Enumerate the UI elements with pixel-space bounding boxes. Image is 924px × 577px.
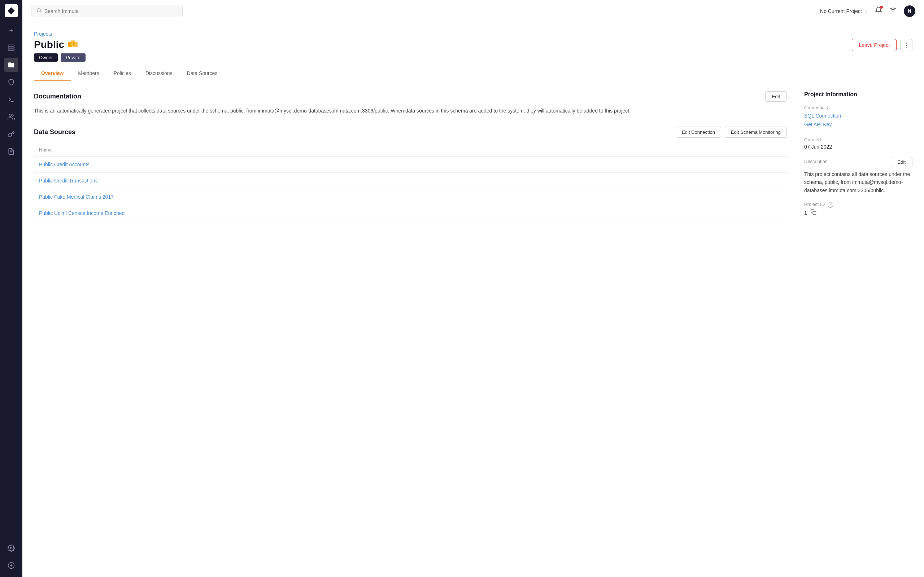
- search-bar[interactable]: [31, 5, 183, 17]
- tab-policies[interactable]: Policies: [107, 66, 138, 81]
- created-section: Created 07 Jun 2022: [804, 137, 913, 150]
- more-options-button[interactable]: ⋮: [900, 39, 913, 51]
- users-icon[interactable]: [4, 110, 18, 124]
- shield-icon[interactable]: [4, 75, 18, 89]
- owner-badge: Owner: [34, 53, 58, 62]
- wifi-icon[interactable]: [889, 6, 897, 16]
- table-header-name: Name: [34, 143, 787, 156]
- project-selector-label: No Current Project: [820, 8, 862, 14]
- description-label: Description: [804, 159, 828, 164]
- copy-id-icon[interactable]: [811, 209, 816, 216]
- svg-rect-2: [8, 49, 15, 50]
- project-icon: [68, 40, 78, 50]
- edit-schema-monitoring-button[interactable]: Edit Schema Monitoring: [725, 127, 787, 138]
- add-circle-icon[interactable]: [4, 558, 18, 573]
- project-id-label: Project ID ?: [804, 201, 913, 208]
- credentials-links: SQL Connection Get API Key: [804, 112, 913, 128]
- svg-point-7: [10, 548, 12, 549]
- notification-dot: [880, 6, 883, 9]
- top-header: No Current Project ⌄ N: [23, 0, 924, 23]
- table-row: Public Uciml Census Income Enriched: [34, 205, 787, 221]
- get-api-key-link[interactable]: Get API Key: [804, 121, 913, 128]
- project-id-value: 1: [804, 210, 807, 216]
- data-source-link-2[interactable]: Public Fake Medical Claims 2017: [39, 194, 114, 200]
- data-source-link-3[interactable]: Public Uciml Census Income Enriched: [39, 210, 124, 216]
- project-id-row: 1: [804, 209, 913, 216]
- description-header: Description Edit: [804, 157, 913, 167]
- folder-icon[interactable]: [4, 58, 18, 72]
- page-title: Public: [34, 39, 64, 50]
- description-section: Description Edit This project contains a…: [804, 157, 913, 194]
- documentation-section: Documentation Edit This is an automatica…: [34, 91, 787, 115]
- svg-line-12: [40, 11, 41, 13]
- tab-overview[interactable]: Overview: [34, 66, 71, 81]
- description-edit-button[interactable]: Edit: [891, 157, 913, 167]
- table-row: Public Fake Medical Claims 2017: [34, 189, 787, 205]
- sidebar: ＋: [0, 0, 23, 577]
- data-source-link-1[interactable]: Public Credit Transactions: [39, 178, 98, 184]
- data-sources-section: Data Sources Edit Connection Edit Schema…: [34, 127, 787, 221]
- documentation-header: Documentation Edit: [34, 91, 787, 102]
- search-icon: [36, 8, 42, 14]
- tab-data-sources[interactable]: Data Sources: [180, 66, 225, 81]
- search-input[interactable]: [44, 8, 177, 14]
- main-container: No Current Project ⌄ N Projects Public: [23, 0, 924, 577]
- description-text: This project contains all data sources u…: [804, 170, 913, 194]
- page-content: Projects Public Owner Private: [23, 23, 924, 577]
- project-info-title: Project Information: [804, 91, 913, 98]
- settings-icon[interactable]: [4, 541, 18, 555]
- side-col: Project Information Credentials SQL Conn…: [804, 91, 913, 221]
- badges-row: Owner Private: [34, 53, 86, 62]
- page-title-section: Public Owner Private: [34, 39, 86, 62]
- credentials-section: Credentials SQL Connection Get API Key: [804, 105, 913, 128]
- project-id-help-icon[interactable]: ?: [828, 202, 834, 208]
- reports-icon[interactable]: [4, 144, 18, 159]
- created-label: Created: [804, 137, 913, 142]
- data-source-link-0[interactable]: Public Credit Accounts: [39, 161, 89, 167]
- leave-project-button[interactable]: Leave Project: [852, 39, 897, 51]
- chevron-down-icon: ⌄: [864, 9, 868, 14]
- edit-connection-button[interactable]: Edit Connection: [676, 127, 721, 138]
- data-sources-table: Name Public Credit Accounts Public Credi…: [34, 143, 787, 221]
- page-header: Public Owner Private Leave Project: [34, 39, 913, 62]
- data-sources-title: Data Sources: [34, 128, 76, 136]
- documentation-text: This is an automatically generated proje…: [34, 107, 787, 115]
- user-avatar[interactable]: N: [904, 5, 915, 17]
- notification-icon[interactable]: [875, 6, 882, 16]
- app-logo[interactable]: [5, 4, 18, 17]
- sql-connection-link[interactable]: SQL Connection: [804, 112, 913, 120]
- terminal-icon[interactable]: [4, 92, 18, 107]
- svg-rect-17: [813, 211, 816, 214]
- svg-point-11: [37, 9, 40, 12]
- main-col: Documentation Edit This is an automatica…: [34, 91, 787, 221]
- two-col-layout: Documentation Edit This is an automatica…: [34, 91, 913, 221]
- layers-icon[interactable]: [4, 40, 18, 55]
- table-row: Public Credit Accounts: [34, 156, 787, 173]
- documentation-edit-button[interactable]: Edit: [765, 91, 787, 102]
- documentation-title: Documentation: [34, 93, 81, 100]
- header-right: No Current Project ⌄ N: [820, 5, 915, 17]
- add-icon[interactable]: ＋: [4, 23, 18, 37]
- tabs-bar: Overview Members Policies Discussions Da…: [34, 66, 913, 81]
- header-actions: Leave Project ⋮: [852, 39, 913, 51]
- svg-point-4: [9, 114, 11, 117]
- page-title-row: Public: [34, 39, 86, 50]
- private-badge: Private: [61, 53, 85, 62]
- project-selector[interactable]: No Current Project ⌄: [820, 8, 868, 14]
- tab-discussions[interactable]: Discussions: [138, 66, 180, 81]
- ds-actions: Edit Connection Edit Schema Monitoring: [676, 127, 787, 138]
- svg-rect-16: [73, 42, 78, 47]
- table-row: Public Credit Transactions: [34, 173, 787, 189]
- tab-members[interactable]: Members: [71, 66, 106, 81]
- data-sources-header: Data Sources Edit Connection Edit Schema…: [34, 127, 787, 138]
- svg-rect-0: [8, 45, 15, 46]
- project-id-section: Project ID ? 1: [804, 201, 913, 216]
- breadcrumb[interactable]: Projects: [34, 31, 913, 37]
- svg-rect-1: [8, 47, 15, 48]
- key-icon[interactable]: [4, 127, 18, 141]
- created-value: 07 Jun 2022: [804, 144, 913, 150]
- credentials-label: Credentials: [804, 105, 913, 110]
